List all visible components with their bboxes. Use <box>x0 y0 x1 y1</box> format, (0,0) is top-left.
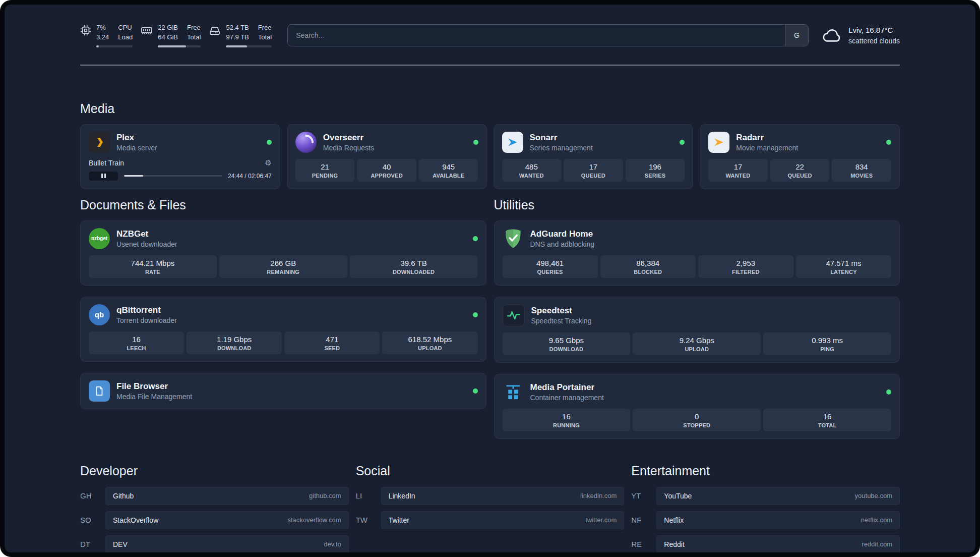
cloud-icon <box>821 27 842 43</box>
service-subtitle: Series management <box>530 144 593 152</box>
stat-box: 744.21 MbpsRATE <box>89 255 217 278</box>
bookmark-domain: dev.to <box>324 540 341 548</box>
bookmark-domain: twitter.com <box>585 516 617 524</box>
service-subtitle: Speedtest Tracking <box>531 317 592 325</box>
status-dot <box>473 140 478 145</box>
service-card-nzbget[interactable]: nzbget NZBGet Usenet downloader 744.21 M… <box>80 220 486 286</box>
section-title-utilities: Utilities <box>494 197 900 212</box>
status-dot <box>886 140 891 145</box>
service-card-portainer[interactable]: Media Portainer Container management 16R… <box>494 374 900 439</box>
service-name: File Browser <box>116 381 192 392</box>
bookmark-name: Reddit <box>664 540 684 548</box>
service-name: Sonarr <box>530 133 593 143</box>
service-card-qbittorrent[interactable]: qb qBittorrent Torrent downloader 16LEEC… <box>80 297 486 362</box>
bookmark-domain: github.com <box>309 492 341 499</box>
bookmark-name: YouTube <box>664 492 692 500</box>
resource-cpu: 7% 3.24 CPU Load <box>80 23 133 47</box>
stat-box: 0.993 msPING <box>763 332 891 355</box>
cpu-progress-bar <box>96 45 133 47</box>
search-provider-button[interactable]: G <box>785 25 808 46</box>
service-card-adguard[interactable]: AdGuard Home DNS and adblocking 498,461Q… <box>494 220 900 286</box>
bookmark-abbr: YT <box>631 491 656 500</box>
stat-box: 196SERIES <box>626 159 685 182</box>
resource-memory: 22 GiB 64 GiB Free Total <box>141 23 201 47</box>
bookmark-abbr: GH <box>80 491 105 500</box>
bookmark-youtube[interactable]: YT YouTubeyoutube.com <box>631 487 900 505</box>
weather-condition: scattered clouds <box>848 36 900 46</box>
stat-box: 1.19 GbpsDOWNLOAD <box>187 331 282 354</box>
service-subtitle: Media File Management <box>116 393 192 401</box>
playback-time: 24:44 / 02:06:47 <box>228 173 272 180</box>
bookmark-twitter[interactable]: TW Twittertwitter.com <box>356 511 625 529</box>
service-card-speedtest[interactable]: Speedtest Speedtest Tracking 9.65 GbpsDO… <box>494 297 900 363</box>
bookmark-github[interactable]: GH Githubgithub.com <box>80 487 349 505</box>
stat-box: 498,461QUERIES <box>503 255 598 278</box>
service-subtitle: DNS and adblocking <box>530 240 595 248</box>
section-utilities: Utilities AdGuard Home DNS and adblockin… <box>494 197 900 439</box>
bookmark-domain: stackoverflow.com <box>287 516 341 524</box>
service-card-overseerr[interactable]: Overseerr Media Requests 21PENDING 40APP… <box>287 124 487 189</box>
stat-box: 0STOPPED <box>633 409 761 431</box>
service-subtitle: Movie management <box>736 144 798 152</box>
stat-box: 86,384BLOCKED <box>600 255 696 278</box>
search-input[interactable] <box>288 25 785 46</box>
bookmark-group-developer: Developer GH Githubgithub.com SO StackOv… <box>80 463 349 552</box>
stat-box: 17QUEUED <box>564 159 623 182</box>
stat-box: 618.52 MbpsUPLOAD <box>382 331 477 354</box>
disk-progress-bar <box>226 45 272 47</box>
gear-icon[interactable]: ⚙ <box>265 159 271 166</box>
service-card-plex[interactable]: Plex Media server Bullet Train ⚙ 24:44 /… <box>80 124 280 189</box>
pause-button[interactable] <box>89 172 118 181</box>
service-card-filebrowser[interactable]: File Browser Media File Management <box>80 373 486 409</box>
status-dot <box>267 140 272 145</box>
bookmark-abbr: NF <box>631 516 656 524</box>
service-name: Radarr <box>736 133 798 143</box>
memory-icon <box>141 25 153 47</box>
service-name: Speedtest <box>531 306 592 316</box>
app-window: 7% 3.24 CPU Load <box>0 0 980 557</box>
stat-box: 22QUEUED <box>770 159 830 182</box>
portainer-icon <box>503 381 524 403</box>
service-subtitle: Container management <box>530 394 604 402</box>
stat-box: 471SEED <box>284 331 380 354</box>
stat-box: 16TOTAL <box>763 409 891 431</box>
stat-box: 266 GBREMAINING <box>219 255 347 278</box>
bookmark-name: Github <box>113 492 134 500</box>
service-card-radarr[interactable]: Radarr Movie management 17WANTED 22QUEUE… <box>700 124 900 189</box>
now-playing-title: Bullet Train <box>89 159 124 167</box>
cpu-icon <box>80 25 91 47</box>
stat-box: 945AVAILABLE <box>419 159 478 182</box>
bookmark-abbr: DT <box>80 540 105 548</box>
section-media: Media Plex Media server Bullet Train <box>80 101 900 189</box>
bookmark-stackoverflow[interactable]: SO StackOverflowstackoverflow.com <box>80 511 349 529</box>
bookmark-reddit[interactable]: RE Redditreddit.com <box>631 535 900 552</box>
cpu-usage-label: CPU <box>118 23 133 33</box>
service-card-sonarr[interactable]: Sonarr Series management 485WANTED 17QUE… <box>494 124 694 189</box>
bookmark-netflix[interactable]: NF Netflixnetflix.com <box>631 511 900 529</box>
cpu-load-value: 3.24 <box>96 33 109 42</box>
disk-total-value: 97.9 TB <box>226 33 249 42</box>
stat-box: 40APPROVED <box>357 159 416 182</box>
disk-free-value: 52.4 TB <box>226 23 249 33</box>
status-dot <box>680 140 685 145</box>
service-subtitle: Usenet downloader <box>116 240 177 248</box>
memory-total-label: Total <box>187 33 201 42</box>
bookmark-domain: reddit.com <box>862 540 892 548</box>
service-subtitle: Media server <box>116 144 157 152</box>
plex-icon <box>89 132 110 153</box>
bookmark-linkedin[interactable]: LI LinkedInlinkedin.com <box>356 487 625 505</box>
service-subtitle: Media Requests <box>323 144 374 152</box>
speedtest-icon <box>503 304 525 326</box>
status-dot <box>473 312 478 317</box>
service-name: qBittorrent <box>116 305 177 315</box>
bookmark-dev[interactable]: DT DEVdev.to <box>80 535 349 552</box>
dashboard-screen: 7% 3.24 CPU Load <box>5 5 975 552</box>
radarr-icon <box>708 132 729 153</box>
status-dot <box>473 236 478 241</box>
service-name: Overseerr <box>323 133 374 143</box>
overseerr-icon <box>295 132 317 153</box>
memory-free-value: 22 GiB <box>158 23 178 33</box>
section-title-media: Media <box>80 101 900 116</box>
cpu-load-label: Load <box>118 33 133 42</box>
playback-progress[interactable] <box>124 175 222 177</box>
